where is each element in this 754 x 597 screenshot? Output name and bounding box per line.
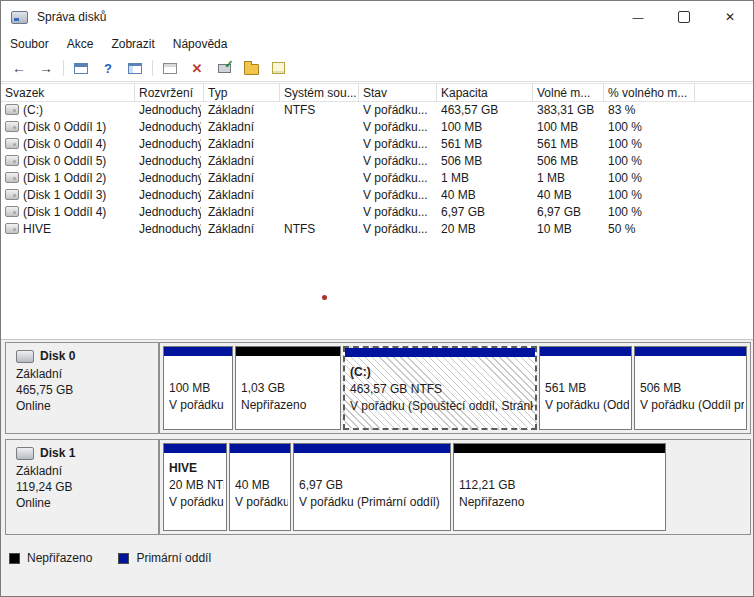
primary-partition-swatch [118, 553, 129, 564]
disk-status: Online [16, 496, 158, 510]
primary-partition-strip [635, 347, 746, 356]
cell-status: V pořádku... [363, 154, 433, 168]
minimize-button[interactable] [615, 1, 661, 33]
toolbar [1, 55, 753, 82]
partition-box[interactable]: 1,03 GB Nepřiřazeno [235, 346, 341, 430]
title-bar: Správa disků [1, 1, 753, 33]
partition-size: 100 MB [169, 381, 230, 395]
primary-partition-strip [230, 444, 290, 453]
cell-status: V pořádku... [363, 222, 433, 236]
cell-layout: Jednoduchý [139, 120, 201, 134]
open-folder-icon[interactable] [241, 58, 261, 78]
maximize-button[interactable] [661, 1, 707, 33]
partition-size: 40 MB [235, 478, 288, 492]
cell-pct: 100 % [608, 120, 692, 134]
disk-0-panel[interactable]: Disk 0 Základní 465,75 GB Online [5, 342, 159, 434]
help-icon[interactable] [98, 58, 118, 78]
volume-icon [5, 155, 19, 166]
cell-layout: Jednoduchý [139, 171, 201, 185]
forward-icon[interactable] [36, 58, 56, 78]
menu-soubor[interactable]: Soubor [1, 34, 58, 54]
cell-type: Základní [208, 222, 278, 236]
volume-row[interactable]: (Disk 0 Oddíl 5) Jednoduchý Základní V p… [1, 153, 753, 170]
cell-free: 506 MB [537, 154, 600, 168]
partition-box[interactable]: 112,21 GB Nepřiřazeno [453, 443, 666, 531]
cell-layout: Jednoduchý [139, 154, 201, 168]
show-action-pane-icon[interactable] [125, 58, 145, 78]
unallocated-strip [236, 347, 340, 356]
disk-type: Základní [16, 464, 158, 478]
partition-status: V pořádku (Primární oddíl) [299, 495, 448, 509]
partition-size: 6,97 GB [299, 478, 448, 492]
cell-layout: Jednoduchý [139, 103, 201, 117]
partition-box[interactable]: HIVE 20 MB NTFS V pořádku (Primární oddí… [163, 443, 227, 531]
cell-volume: (Disk 1 Oddíl 2) [23, 171, 135, 185]
delete-volume-icon[interactable] [187, 58, 207, 78]
cell-volume: (Disk 0 Oddíl 5) [23, 154, 135, 168]
column-header-rozvrzeni[interactable]: Rozvržení [135, 84, 204, 101]
partition-box[interactable]: 40 MB V pořádku (Primární oddíl) [229, 443, 291, 531]
partition-size: 561 MB [545, 381, 629, 395]
volume-row[interactable]: (Disk 1 Oddíl 4) Jednoduchý Základní V p… [1, 204, 753, 221]
column-header-kapacita[interactable]: Kapacita [437, 84, 533, 101]
cell-status: V pořádku... [363, 171, 433, 185]
volume-row[interactable]: (Disk 0 Oddíl 1) Jednoduchý Základní V p… [1, 119, 753, 136]
show-console-tree-icon[interactable] [71, 58, 91, 78]
cell-fs: NTFS [284, 103, 356, 117]
volume-row[interactable]: (Disk 1 Oddíl 3) Jednoduchý Základní V p… [1, 187, 753, 204]
column-header-stav[interactable]: Stav [359, 84, 437, 101]
new-volume-icon[interactable] [268, 58, 288, 78]
column-header-pct-volneho[interactable]: % volného m... [604, 84, 695, 101]
menu-zobrazit[interactable]: Zobrazit [102, 34, 163, 54]
partition-label: (C:) [350, 365, 533, 379]
volume-icon [5, 138, 19, 149]
cell-free: 10 MB [537, 222, 600, 236]
partition-size: 463,57 GB NTFS [350, 382, 533, 396]
partition-box[interactable]: 561 MB V pořádku (Oddíl pro obnovení) [539, 346, 632, 430]
cell-type: Základní [208, 205, 278, 219]
cell-pct: 100 % [608, 171, 692, 185]
partition-status: V pořádku (Spouštěcí oddíl, Stránkovací … [350, 399, 533, 413]
menu-akce[interactable]: Akce [58, 34, 103, 54]
cell-type: Základní [208, 103, 278, 117]
cell-capacity: 506 MB [441, 154, 529, 168]
cell-layout: Jednoduchý [139, 137, 201, 151]
partition-box[interactable]: 100 MB V pořádku [163, 346, 233, 430]
cell-free: 1 MB [537, 171, 600, 185]
primary-partition-strip [164, 444, 226, 453]
volume-row[interactable]: (Disk 1 Oddíl 2) Jednoduchý Základní V p… [1, 170, 753, 187]
disk-0-partitions: 100 MB V pořádku 1,03 GB Nepřiřazeno (C:… [159, 342, 751, 434]
close-button[interactable] [707, 1, 753, 33]
properties-dialog-icon[interactable] [160, 58, 180, 78]
partition-box[interactable]: 6,97 GB V pořádku (Primární oddíl) [293, 443, 451, 531]
volume-row[interactable]: (C:) Jednoduchý Základní NTFS V pořádku.… [1, 102, 753, 119]
disk-1-partitions: HIVE 20 MB NTFS V pořádku (Primární oddí… [159, 439, 751, 535]
menu-napoveda[interactable]: Nápověda [164, 34, 237, 54]
partition-box-selected[interactable]: (C:) 463,57 GB NTFS V pořádku (Spouštěcí… [343, 346, 537, 430]
column-header-typ[interactable]: Typ [204, 84, 280, 101]
primary-partition-strip [164, 347, 232, 356]
cell-free: 383,31 GB [537, 103, 600, 117]
legend-label-primary: Primární oddíl [136, 551, 211, 565]
volume-row[interactable]: (Disk 0 Oddíl 4) Jednoduchý Základní V p… [1, 136, 753, 153]
volume-icon [5, 172, 19, 183]
back-icon[interactable] [9, 58, 29, 78]
cell-volume: (C:) [23, 103, 135, 117]
unallocated-swatch [9, 553, 20, 564]
column-header-volne-misto[interactable]: Volné m... [533, 84, 604, 101]
column-header-svazek[interactable]: Svazek [1, 84, 135, 101]
volume-row[interactable]: HIVE Jednoduchý Základní NTFS V pořádku.… [1, 221, 753, 238]
check-disk-icon[interactable] [214, 58, 234, 78]
partition-box[interactable]: 506 MB V pořádku (Oddíl pro obnovení) [634, 346, 747, 430]
legend-label-unallocated: Nepřiřazeno [27, 551, 92, 565]
disk-0-block: Disk 0 Základní 465,75 GB Online 100 MB … [5, 342, 751, 434]
volume-icon [5, 104, 19, 115]
cell-status: V pořádku... [363, 188, 433, 202]
cell-capacity: 100 MB [441, 120, 529, 134]
column-header-system-souboru[interactable]: Systém sou... [280, 84, 359, 101]
disk-1-panel[interactable]: Disk 1 Základní 119,24 GB Online [5, 439, 159, 535]
cell-free: 6,97 GB [537, 205, 600, 219]
graphical-view: Disk 0 Základní 465,75 GB Online 100 MB … [1, 339, 753, 596]
cell-status: V pořádku... [363, 137, 433, 151]
cell-type: Základní [208, 188, 278, 202]
